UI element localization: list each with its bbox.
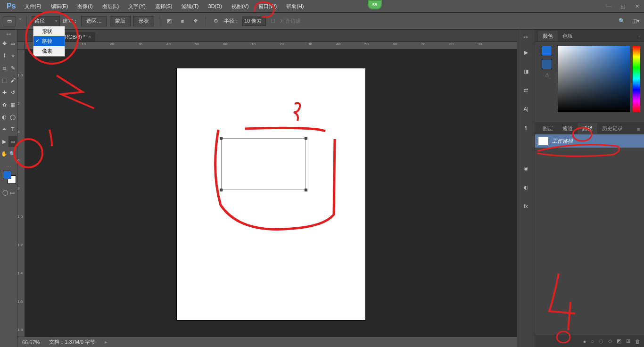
move-tool[interactable]: ✥ — [0, 38, 8, 49]
handle-tl[interactable] — [220, 137, 223, 140]
align-edges-checkbox[interactable]: ☐ — [269, 17, 277, 25]
delete-path-icon[interactable]: 🗑 — [635, 339, 640, 344]
brush-tool[interactable]: 🖌 — [8, 74, 17, 86]
tool-mode-dropdown[interactable]: 路径▾ — [32, 16, 60, 26]
zoom-tool[interactable]: 🔍 — [8, 148, 17, 159]
tab-paths[interactable]: 路径 — [578, 123, 597, 134]
radius-input[interactable] — [242, 17, 266, 26]
panel-icon-4[interactable]: ◐ — [520, 182, 532, 193]
menu-file[interactable]: 文件(F) — [20, 1, 46, 12]
panel-menu-icon[interactable]: ≡ — [634, 32, 644, 41]
artboard[interactable] — [177, 68, 365, 320]
menu-filter[interactable]: 滤镜(T) — [177, 1, 203, 12]
quick-mask-icon[interactable]: ◯ — [2, 190, 8, 196]
menu-select[interactable]: 选择(S) — [150, 1, 177, 12]
rectangle-path[interactable] — [221, 138, 306, 190]
foreground-color[interactable] — [3, 171, 11, 179]
fill-path-icon[interactable]: ● — [583, 339, 586, 344]
toolbox: ◂◂ ✥▭ ⌇✧ ⧈✎ ⬚🖌 ✚↺ ✿▦ ◐◯ ✒T ▶▭ ✋🔍 ⋯ ◯ ▭ — [0, 30, 17, 347]
screen-mode-icon[interactable]: ▭ — [10, 190, 15, 196]
canvas[interactable] — [25, 50, 517, 337]
ruler-corner[interactable] — [17, 42, 25, 50]
menu-type[interactable]: 文字(Y) — [124, 1, 150, 12]
tool-mode-dropdown-list: 形状 路径 像素 — [33, 26, 65, 57]
paragraph-icon[interactable]: ¶ — [520, 122, 532, 133]
clone-tool[interactable]: ✿ — [0, 99, 8, 110]
menu-help[interactable]: 帮助(H) — [281, 1, 308, 12]
tab-layers[interactable]: 图层 — [538, 123, 558, 134]
panel-icon-5[interactable]: fx — [520, 200, 532, 212]
rectangle-tool[interactable]: ▭ — [8, 136, 17, 147]
stroke-path-icon[interactable]: ○ — [591, 339, 594, 344]
tab-close-icon[interactable]: × — [88, 34, 91, 40]
path-ops-icon[interactable]: ◩ — [164, 16, 174, 26]
tool-preset-icon[interactable]: ▭ — [3, 16, 16, 26]
path-item-work[interactable]: 工作路径 — [535, 134, 644, 148]
maximize-button[interactable]: ◱ — [616, 1, 630, 11]
tab-color[interactable]: 颜色 — [538, 31, 558, 41]
handle-br[interactable] — [305, 189, 307, 191]
hand-tool[interactable]: ✋ — [0, 148, 8, 159]
new-path-icon[interactable]: ⊞ — [626, 338, 630, 344]
tab-swatches[interactable]: 色板 — [558, 31, 578, 41]
make-selection-button[interactable]: 选区… — [81, 16, 107, 26]
lasso-tool[interactable]: ⌇ — [0, 50, 8, 61]
menu-window[interactable]: 窗口(W) — [254, 1, 282, 12]
add-mask-icon[interactable]: ◩ — [617, 338, 621, 344]
dodge-tool[interactable]: ◯ — [8, 111, 17, 123]
load-selection-icon[interactable]: ◌ — [599, 338, 603, 344]
gradient-tool[interactable]: ▦ — [8, 99, 17, 110]
menu-view[interactable]: 视图(V) — [227, 1, 254, 12]
color-swatch-bg[interactable] — [542, 59, 552, 69]
minimize-button[interactable]: — — [602, 1, 616, 11]
eyedropper-tool[interactable]: ✎ — [8, 62, 17, 74]
path-align-icon[interactable]: ≡ — [177, 16, 188, 26]
character-icon[interactable]: A| — [520, 103, 532, 115]
handle-tr[interactable] — [305, 137, 307, 140]
play-icon[interactable]: ▶ — [520, 47, 532, 58]
type-tool[interactable]: T — [8, 124, 17, 135]
search-icon[interactable]: 🔍 — [617, 16, 627, 26]
path-select-tool[interactable]: ▶ — [0, 136, 8, 147]
color-field[interactable] — [558, 46, 630, 112]
layers-panel-menu-icon[interactable]: ≡ — [634, 124, 644, 134]
color-swatch-fg[interactable] — [542, 46, 552, 56]
menu-layer[interactable]: 图层(L) — [98, 1, 124, 12]
make-workpath-icon[interactable]: ◇ — [608, 338, 612, 344]
history-brush-tool[interactable]: ↺ — [8, 87, 17, 98]
notification-badge[interactable]: 55 — [368, 0, 382, 9]
make-shape-button[interactable]: 形状 — [133, 16, 154, 26]
hue-slider[interactable] — [633, 46, 640, 112]
doc-info[interactable]: 文档：1.37M/0 字节 — [49, 339, 95, 346]
mode-option-shape[interactable]: 形状 — [33, 26, 65, 36]
crop-tool[interactable]: ⧈ — [0, 62, 8, 74]
panel-icon-3[interactable]: ◉ — [520, 163, 532, 174]
tab-channels[interactable]: 通道 — [558, 123, 578, 134]
panel-icon-2[interactable]: ⇄ — [520, 84, 532, 96]
ruler-horizontal[interactable]: 0 1 10 20 30 40 50 60 10 20 30 40 50 60 … — [25, 42, 517, 50]
workspace-icon[interactable]: ◫▾ — [631, 16, 641, 26]
zoom-level[interactable]: 66.67% — [22, 339, 40, 345]
magic-wand-tool[interactable]: ✧ — [8, 50, 17, 61]
color-swatches[interactable] — [0, 170, 17, 189]
spot-heal-tool[interactable]: ✚ — [0, 87, 8, 98]
mode-option-pixels[interactable]: 像素 — [33, 46, 65, 56]
mode-option-path[interactable]: 路径 — [33, 36, 65, 46]
make-mask-button[interactable]: 蒙版 — [110, 16, 131, 26]
ruler-vertical[interactable]: 1 0 2 4 6 8 1 0 1 2 1 4 1 6 1 8 — [17, 50, 25, 337]
options-bar: ▭ ˅ 路径▾ 建立： 选区… 蒙版 形状 ◩ ≡ ❖ ⚙ 半径： ☐ 对齐边缘… — [0, 13, 644, 30]
menu-3d[interactable]: 3D(D) — [204, 1, 227, 11]
pen-tool[interactable]: ✒ — [0, 124, 8, 135]
menu-image[interactable]: 图像(I) — [73, 1, 97, 12]
blur-tool[interactable]: ◐ — [0, 111, 8, 123]
gear-icon[interactable]: ⚙ — [211, 16, 221, 26]
frame-tool[interactable]: ⬚ — [0, 74, 8, 86]
canvas-wrap: 0 1 10 20 30 40 50 60 10 20 30 40 50 60 … — [17, 42, 517, 337]
close-button[interactable]: ✕ — [630, 1, 644, 11]
marquee-tool[interactable]: ▭ — [8, 38, 17, 49]
tab-history[interactable]: 历史记录 — [597, 123, 627, 134]
panel-icon-1[interactable]: ◨ — [520, 66, 532, 77]
menu-edit[interactable]: 编辑(E) — [46, 1, 73, 12]
handle-bl[interactable] — [220, 189, 223, 191]
path-arrange-icon[interactable]: ❖ — [190, 16, 201, 26]
